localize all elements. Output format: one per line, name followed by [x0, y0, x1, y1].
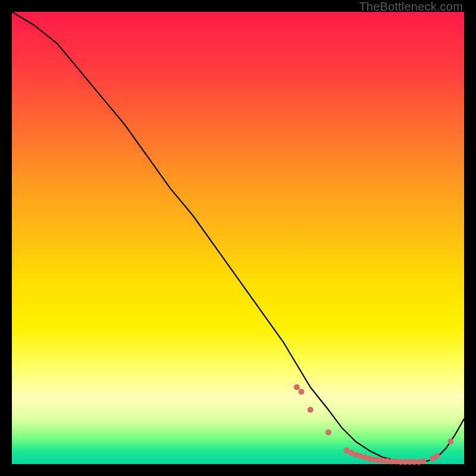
highlight-dot	[447, 439, 453, 444]
highlight-dot	[325, 430, 331, 436]
chart-svg	[12, 12, 464, 464]
highlight-dot	[298, 389, 304, 394]
highlight-dot	[421, 458, 427, 464]
bottleneck-curve	[12, 12, 464, 462]
highlight-dot	[294, 384, 300, 390]
highlight-dot	[308, 407, 314, 413]
highlight-dot	[434, 453, 440, 459]
